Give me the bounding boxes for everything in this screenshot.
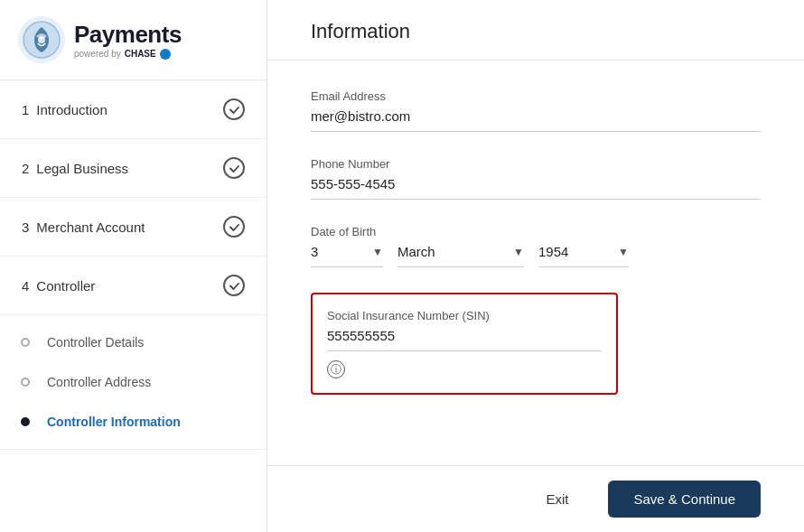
sub-item-dot-address	[18, 378, 33, 387]
sub-item-controller-information[interactable]: Controller Information	[0, 402, 266, 442]
dob-month-chevron: ▼	[513, 246, 524, 258]
sidebar-item-introduction[interactable]: 1 Introduction	[0, 80, 266, 139]
sidebar-item-controller[interactable]: 4 Controller	[0, 257, 266, 315]
sin-field-container: Social Insurance Number (SIN) 555555555 …	[311, 293, 618, 395]
powered-by: powered by CHASE	[74, 49, 182, 60]
main-body: Email Address mer@bistro.com Phone Numbe…	[267, 61, 804, 465]
payments-logo-icon	[18, 16, 65, 63]
main-header: Information	[267, 0, 804, 61]
dob-day-chevron: ▼	[372, 246, 383, 258]
svg-point-2	[38, 36, 45, 43]
app-name: Payments	[74, 21, 182, 49]
merchant-account-check-icon	[223, 216, 245, 238]
sub-item-label-address: Controller Address	[47, 375, 151, 389]
sidebar: Payments powered by CHASE 1 Introduction…	[0, 0, 267, 532]
controller-sub-items: Controller Details Controller Address Co…	[0, 315, 266, 450]
dob-row: 3 ▼ March ▼ 1954 ▼	[311, 244, 761, 267]
main-footer: Exit Save & Continue	[267, 465, 804, 532]
dob-year-group: 1954 ▼	[538, 244, 629, 267]
sub-item-dot-information	[18, 417, 33, 426]
logo-area: Payments powered by CHASE	[0, 0, 266, 80]
sub-item-label-information: Controller Information	[47, 415, 181, 429]
email-value: mer@bistro.com	[311, 108, 761, 132]
dob-month-value: March	[397, 244, 508, 259]
address-dot	[21, 378, 30, 387]
dob-month-select[interactable]: March ▼	[397, 244, 524, 267]
sin-value: 555555555	[327, 328, 602, 351]
introduction-check-icon	[223, 98, 245, 120]
legal-business-check-icon	[223, 157, 245, 179]
details-dot	[21, 338, 30, 347]
dob-day-select[interactable]: 3 ▼	[311, 244, 383, 267]
main-content: Information Email Address mer@bistro.com…	[267, 0, 804, 532]
sidebar-item-merchant-account[interactable]: 3 Merchant Account	[0, 198, 266, 257]
save-continue-button[interactable]: Save & Continue	[608, 481, 761, 518]
dob-day-group: 3 ▼	[311, 244, 383, 267]
dob-year-select[interactable]: 1954 ▼	[538, 244, 629, 267]
phone-label: Phone Number	[311, 157, 761, 171]
dob-year-value: 1954	[538, 244, 612, 259]
sin-label: Social Insurance Number (SIN)	[327, 309, 602, 322]
dob-day-value: 3	[311, 244, 367, 259]
sin-info-icon[interactable]: ⓘ	[327, 360, 345, 378]
page-title: Information	[311, 20, 761, 43]
chase-icon	[160, 49, 171, 60]
sub-item-controller-address[interactable]: Controller Address	[0, 362, 266, 402]
sub-item-dot-details	[18, 338, 33, 347]
dob-year-chevron: ▼	[618, 246, 629, 258]
controller-check-icon	[223, 275, 245, 296]
exit-button[interactable]: Exit	[520, 481, 594, 518]
dob-label: Date of Birth	[311, 225, 761, 238]
phone-field-group: Phone Number 555-555-4545	[311, 157, 761, 200]
sidebar-item-legal-business[interactable]: 2 Legal Business	[0, 139, 266, 198]
dob-month-group: March ▼	[397, 244, 524, 267]
sub-item-label-details: Controller Details	[47, 335, 144, 350]
logo-text: Payments powered by CHASE	[74, 21, 182, 60]
phone-value: 555-555-4545	[311, 176, 761, 200]
sub-item-controller-details[interactable]: Controller Details	[0, 322, 266, 362]
dob-field-group: Date of Birth 3 ▼ March ▼ 1954	[311, 225, 761, 267]
email-field-group: Email Address mer@bistro.com	[311, 89, 761, 132]
information-dot	[21, 417, 30, 426]
chase-label: CHASE	[125, 49, 156, 59]
email-label: Email Address	[311, 89, 761, 103]
